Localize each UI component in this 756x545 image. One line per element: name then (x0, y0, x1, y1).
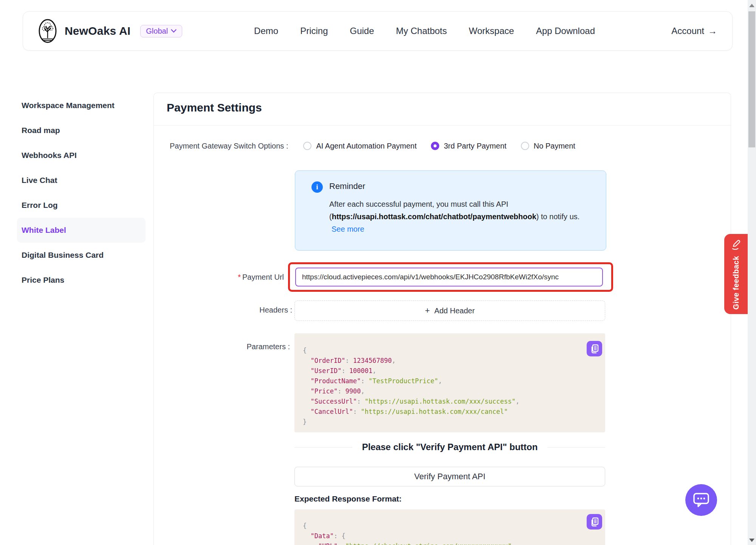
parameters-code-block: { "OrderID": 1234567890, "UserID": 10000… (294, 333, 605, 432)
reminder-alert: i Reminder After each successful payment… (295, 170, 606, 251)
verify-instruction-text: Please click "Verify Payment API" button (362, 442, 538, 452)
parameters-code: { "OrderID": 1234567890, "UserID": 10000… (303, 345, 597, 427)
page-title: Payment Settings (167, 101, 262, 114)
radio-no-payment[interactable]: No Payment (521, 142, 575, 150)
headers-label: Headers : (162, 306, 292, 314)
payment-settings-panel: Payment Settings Payment Gateway Switch … (153, 93, 731, 545)
info-circle-icon: i (311, 181, 323, 193)
give-feedback-label: Give feedback (732, 256, 741, 310)
nav-link-my-chatbots[interactable]: My Chatbots (396, 26, 447, 36)
nav-link-demo[interactable]: Demo (254, 26, 278, 36)
verify-instruction-divider: Please click "Verify Payment API" button (294, 441, 605, 454)
chat-bubble-icon (693, 492, 710, 508)
sidebar-item-white-label[interactable]: White Label (17, 218, 146, 243)
annotation-highlight-box (288, 262, 613, 292)
reminder-body: After each successful payment, you must … (329, 198, 582, 235)
region-selector[interactable]: Global (140, 25, 182, 37)
scrollbar-up-arrow[interactable] (749, 4, 754, 7)
sidebar-item-digital-business-card[interactable]: Digital Business Card (17, 243, 146, 268)
brand-name: NewOaks AI (65, 25, 130, 37)
scrollbar-thumb[interactable] (748, 11, 755, 147)
copy-parameters-button[interactable] (587, 341, 602, 356)
divider (154, 125, 731, 125)
chevron-down-icon (171, 29, 177, 33)
radio-icon (303, 142, 311, 150)
add-header-button[interactable]: + Add Header (294, 300, 605, 321)
arrow-right-icon: → (708, 26, 717, 36)
nav-link-app-download[interactable]: App Download (536, 26, 595, 36)
account-link[interactable]: Account → (671, 26, 717, 36)
nav-link-workspace[interactable]: Workspace (469, 26, 514, 36)
radio-ai-agent-automation-payment[interactable]: AI Agent Automation Payment (303, 142, 417, 150)
newoaks-logo-icon[interactable] (38, 19, 57, 43)
region-label: Global (146, 27, 168, 36)
payment-webhook-url: https://usapi.hottask.com/chat/chatbot/p… (332, 212, 536, 221)
copy-document-icon (590, 344, 599, 353)
parameters-label: Parameters : (160, 342, 290, 351)
scrollbar-down-arrow[interactable] (749, 539, 754, 542)
gateway-options-label: Payment Gateway Switch Options : (170, 142, 288, 150)
payment-url-label: *Payment Url (154, 273, 284, 282)
nav-link-pricing[interactable]: Pricing (300, 26, 328, 36)
sidebar-item-live-chat[interactable]: Live Chat (17, 168, 146, 193)
expected-response-code: { "Data": { "URL": "https://checkout.str… (303, 521, 597, 545)
verify-payment-api-button[interactable]: Verify Payment API (294, 467, 605, 486)
account-label: Account (671, 26, 704, 36)
copy-document-icon (590, 517, 599, 526)
top-navbar: NewOaks AI Global Demo Pricing Guide My … (23, 11, 733, 51)
give-feedback-tab[interactable]: Give feedback (724, 234, 748, 314)
pencil-icon (730, 239, 742, 251)
nav-link-guide[interactable]: Guide (350, 26, 374, 36)
required-asterisk: * (238, 273, 241, 281)
expected-response-format-label: Expected Response Format: (294, 494, 402, 503)
radio-icon (521, 142, 529, 150)
settings-sidebar: Workspace Management Road map Webhooks A… (17, 93, 146, 293)
expected-response-code-block: { "Data": { "URL": "https://checkout.str… (294, 509, 605, 545)
vertical-scrollbar (748, 0, 756, 545)
radio-selected-icon (431, 142, 439, 150)
copy-expected-response-button[interactable] (587, 514, 602, 530)
sidebar-item-price-plans[interactable]: Price Plans (17, 268, 146, 293)
see-more-link[interactable]: See more (332, 225, 364, 233)
payment-url-input[interactable] (295, 268, 603, 286)
main-navigation: Demo Pricing Guide My Chatbots Workspace… (254, 26, 595, 36)
sidebar-item-webhooks-api[interactable]: Webhooks API (17, 143, 146, 168)
reminder-title: Reminder (329, 181, 591, 191)
sidebar-item-road-map[interactable]: Road map (17, 118, 146, 143)
chat-widget-button[interactable] (685, 484, 717, 516)
radio-3rd-party-payment[interactable]: 3rd Party Payment (431, 142, 507, 150)
sidebar-item-error-log[interactable]: Error Log (17, 193, 146, 218)
sidebar-item-workspace-management[interactable]: Workspace Management (17, 93, 146, 118)
payment-gateway-options-row: Payment Gateway Switch Options : AI Agen… (170, 138, 575, 153)
plus-icon: + (425, 307, 430, 315)
